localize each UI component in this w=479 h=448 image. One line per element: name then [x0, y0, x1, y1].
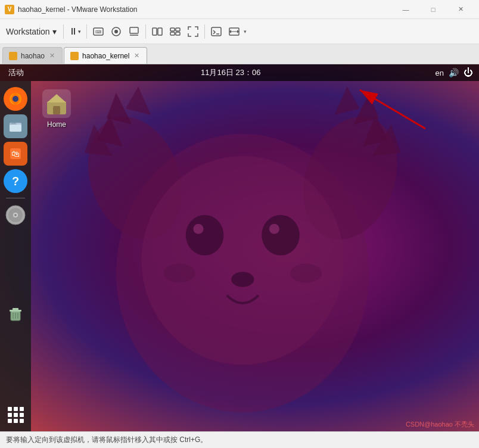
svg-rect-10 [170, 32, 175, 35]
tabs-bar: haohao ✕ haohao_kernel ✕ [0, 44, 479, 64]
unity-icon [169, 26, 181, 38]
minimize-button[interactable]: — [392, 0, 419, 19]
help-icon: ? [12, 175, 19, 188]
toolbar-separator-4 [204, 24, 205, 39]
svg-point-31 [269, 224, 279, 234]
desktop-icon-home[interactable]: Home [36, 87, 77, 131]
apps-grid-icon [8, 407, 24, 423]
svg-rect-53 [53, 106, 60, 114]
dropdown-arrow: ▾ [52, 27, 57, 36]
svg-point-36 [13, 96, 18, 102]
svg-rect-11 [176, 32, 180, 35]
snapshot-icon [110, 26, 122, 38]
volume-icon[interactable]: 🔊 [449, 68, 459, 77]
tab-haohao-label: haohao [21, 52, 45, 60]
svg-rect-9 [176, 28, 180, 31]
svg-text:🛍: 🛍 [11, 149, 20, 158]
dock-item-help[interactable]: ? [4, 169, 27, 193]
home-label: Home [47, 120, 66, 129]
svg-marker-52 [47, 94, 66, 102]
snapshot-manager-icon [128, 26, 140, 38]
files-icon [7, 118, 24, 135]
dock-item-trash[interactable] [4, 301, 27, 325]
dock: 🛍 ? [0, 81, 31, 431]
svg-rect-12 [211, 27, 221, 36]
dock-separator [6, 198, 25, 198]
send-ctrl-alt-del[interactable]: ⌨ [90, 22, 107, 41]
window-title: haohao_kernel - VMware Workstation [18, 5, 392, 14]
svg-marker-26 [334, 86, 359, 115]
power-icon[interactable]: ⏻ [464, 67, 473, 78]
svg-rect-8 [170, 28, 175, 31]
svg-rect-7 [158, 28, 162, 35]
gnome-topbar: 活动 11月16日 23：06 en 🔊 ⏻ [0, 64, 479, 81]
stretch-view[interactable] [226, 22, 242, 41]
svg-point-34 [290, 264, 322, 283]
tab-haohao-kernel[interactable]: haohao_kernel ✕ [64, 47, 147, 64]
desktop-icons: Home [36, 87, 77, 131]
topbar-right: en 🔊 ⏻ [430, 67, 479, 78]
dock-item-firefox[interactable] [4, 87, 27, 111]
vm-window-icon [151, 26, 163, 38]
app-icon: V [5, 5, 14, 14]
svg-point-44 [14, 214, 17, 216]
ctrl-alt-del-icon: ⌨ [92, 26, 104, 38]
close-button[interactable]: ✕ [447, 0, 474, 19]
svg-text:⌨: ⌨ [95, 30, 101, 34]
svg-point-29 [262, 215, 300, 256]
tab-kernel-icon [70, 52, 79, 60]
workstation-label: Workstation [6, 27, 50, 36]
tab-kernel-close[interactable]: ✕ [133, 51, 141, 61]
status-text: 要将输入定向到该虚拟机，请将鼠标指针移入其中或按 Ctrl+G。 [6, 435, 207, 445]
svg-point-27 [141, 156, 344, 365]
svg-rect-47 [13, 308, 18, 310]
firefox-icon [7, 91, 24, 107]
console-view[interactable] [208, 22, 225, 41]
status-bar: 要将输入定向到该虚拟机，请将鼠标指针移入其中或按 Ctrl+G。 [0, 431, 479, 448]
activities-label: 活动 [8, 67, 24, 78]
fullscreen-icon [187, 26, 199, 38]
cd-icon [5, 204, 26, 226]
snapshot-button[interactable] [108, 22, 125, 41]
svg-point-33 [164, 264, 195, 283]
stretch-icon [228, 26, 240, 38]
vm-window-button[interactable] [149, 22, 166, 41]
svg-marker-21 [126, 86, 151, 115]
topbar-clock: 11月16日 23：06 [32, 67, 430, 78]
full-screen-toggle[interactable] [185, 22, 201, 41]
maximize-button[interactable]: □ [419, 0, 447, 19]
svg-rect-6 [153, 28, 157, 35]
dock-item-cd[interactable] [4, 203, 27, 227]
tab-haohao-close[interactable]: ✕ [48, 51, 56, 61]
dock-item-files[interactable] [4, 114, 27, 138]
svg-point-28 [186, 215, 224, 256]
svg-rect-38 [10, 125, 21, 132]
unity-button[interactable] [167, 22, 183, 41]
console-icon [210, 26, 222, 38]
tab-kernel-label: haohao_kernel [82, 52, 129, 60]
software-icon: 🛍 [7, 145, 24, 162]
toolbar-separator-1 [63, 24, 64, 39]
workstation-menu[interactable]: Workstation ▾ [2, 22, 60, 41]
svg-point-30 [193, 224, 203, 234]
snapshot-manager[interactable] [126, 22, 142, 41]
window-controls: — □ ✕ [392, 0, 474, 19]
stretch-dropdown: ▾ [244, 29, 247, 35]
language-indicator[interactable]: en [436, 69, 444, 77]
toolbar-separator-2 [86, 24, 87, 39]
toolbar: Workstation ▾ ⏸ ▾ ⌨ [0, 19, 479, 44]
show-apps-button[interactable] [4, 403, 27, 427]
tab-haohao[interactable]: haohao ✕ [2, 47, 63, 64]
svg-rect-4 [130, 27, 138, 33]
dock-item-software[interactable]: 🛍 [4, 142, 27, 166]
toolbar-separator-3 [145, 24, 146, 39]
pause-icon: ⏸ [69, 26, 78, 37]
svg-point-3 [114, 30, 118, 33]
home-folder-icon [42, 89, 71, 118]
title-bar: V haohao_kernel - VMware Workstation — □… [0, 0, 479, 19]
pause-dropdown: ▾ [78, 29, 81, 35]
vm-screen[interactable]: 活动 11月16日 23：06 en 🔊 ⏻ [0, 64, 479, 431]
pause-button[interactable]: ⏸ ▾ [67, 22, 83, 41]
activities-button[interactable]: 活动 [0, 64, 32, 81]
tab-haohao-icon [9, 52, 17, 60]
